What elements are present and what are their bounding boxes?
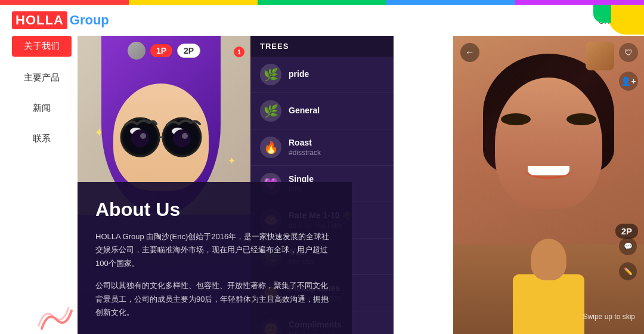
back-button[interactable]: ←	[460, 43, 479, 62]
thumbnail-avatar	[586, 42, 614, 70]
navigation: 关于我们 主要产品 新闻 联系	[12, 36, 72, 154]
svg-point-8	[173, 129, 191, 147]
about-panel: About Us HOLLA Group 由陶沙(Eric)创始于2016年，是…	[78, 182, 352, 335]
player1-avatar	[128, 42, 145, 60]
swipe-hint: Swipe up to skip	[583, 313, 635, 321]
action-pencil-icon[interactable]: ✏️	[619, 262, 637, 280]
badge-2p: 2P	[177, 44, 200, 58]
chat-info-general: General	[289, 106, 384, 116]
action-icons: 💬 ✏️	[619, 237, 637, 280]
nav-news[interactable]: 新闻	[12, 93, 72, 123]
shield-button[interactable]: 🛡	[619, 43, 638, 62]
phone-left-badges: 1P 2P 1	[78, 42, 250, 60]
chat-sub-roast: #disstrack	[289, 149, 384, 157]
woman-face-area	[477, 54, 620, 256]
nav-products[interactable]: 主要产品	[12, 63, 72, 93]
about-para2: 公司以其独有的文化多样性、包容性、开放性著称，聚集了不同文化背景员工，公司的成员…	[95, 279, 334, 320]
action-chat-icon[interactable]: 💬	[619, 237, 637, 255]
anime-glasses	[107, 107, 215, 167]
squiggle-decoration	[36, 299, 78, 334]
chat-emoji-general: 🌿	[260, 100, 281, 122]
notif-badge: 1	[234, 47, 244, 57]
chat-emoji-pride: 🌿	[260, 64, 281, 85]
chat-item-roast[interactable]: 🔥 Roast #disstrack	[250, 129, 394, 166]
logo-group: Group	[70, 13, 109, 28]
top-color-bar	[0, 0, 644, 5]
badge-1p: 1P	[150, 44, 172, 57]
sparkle-2: ✦	[228, 155, 236, 166]
svg-point-4	[140, 133, 146, 139]
svg-point-3	[131, 129, 149, 147]
header: HOLLA Group CH | EN	[0, 5, 644, 36]
chat-name-general: General	[289, 106, 384, 115]
nav-contact[interactable]: 联系	[12, 123, 72, 154]
chat-emoji-roast: 🔥	[260, 137, 281, 158]
logo-holla: HOLLA	[12, 11, 67, 29]
chat-info-pride: pride	[289, 69, 384, 80]
add-user-button[interactable]: 👤+	[619, 72, 638, 91]
chat-item-pride[interactable]: 🌿 pride	[250, 57, 394, 93]
svg-point-9	[182, 133, 188, 139]
chat-header: TREES	[250, 36, 394, 57]
logo: HOLLA Group	[12, 11, 109, 29]
about-para1: HOLLA Group 由陶沙(Eric)创始于2016年，是一家快速发展的全球…	[95, 230, 334, 271]
phone-right-screen: ← 🛡 👤+ 2P 💬 ✏️ Swipe up to skip	[453, 36, 644, 334]
chat-item-general[interactable]: 🌿 General	[250, 93, 394, 129]
about-title: About Us	[95, 199, 334, 221]
phone-right: ← 🛡 👤+ 2P 💬 ✏️ Swipe up to skip	[453, 36, 644, 334]
nav-about-button[interactable]: 关于我们	[12, 36, 72, 57]
badge-2p-right: 2P	[615, 224, 638, 239]
chat-info-roast: Roast #disstrack	[289, 138, 384, 157]
chat-name-pride: pride	[289, 69, 384, 79]
corner-decoration	[572, 5, 644, 35]
chat-name-roast: Roast	[289, 138, 384, 147]
